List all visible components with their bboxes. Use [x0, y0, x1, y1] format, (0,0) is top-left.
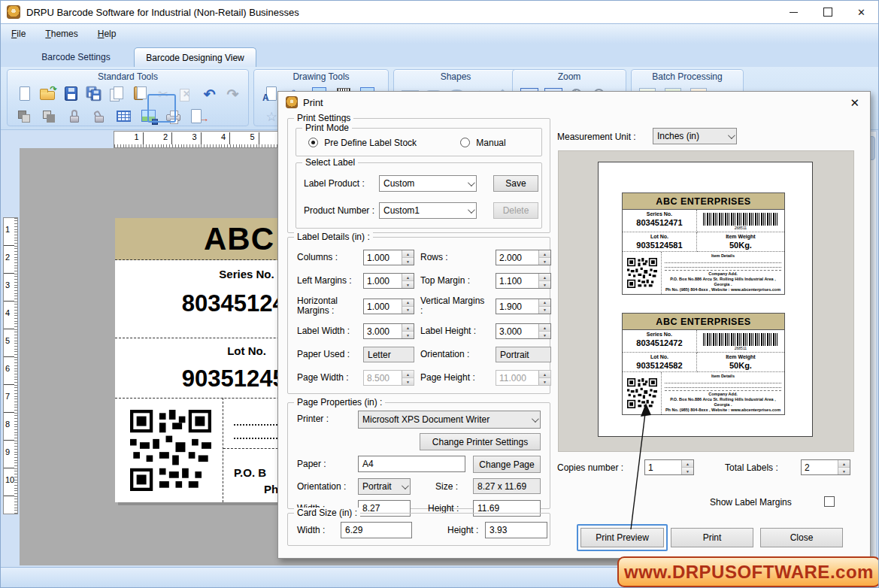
barcode: [703, 213, 778, 226]
label-product-select[interactable]: Custom: [379, 175, 477, 192]
print-button[interactable]: Print: [671, 528, 753, 547]
printer-select[interactable]: Microsoft XPS Document Writer: [358, 411, 541, 429]
print-mode-group: Print Mode Pre Define Label Stock Manual: [296, 128, 542, 156]
spinner-icons[interactable]: ▲▼: [538, 299, 550, 314]
save-icon[interactable]: [62, 85, 80, 103]
chevron-down-icon: [528, 411, 540, 428]
radio-predefine-label-stock[interactable]: Pre Define Label Stock: [308, 138, 417, 148]
divider: [223, 398, 223, 502]
dialog-close-icon[interactable]: ✕: [850, 96, 859, 110]
app-icon: [7, 5, 20, 19]
spinner-icons[interactable]: ▲▼: [402, 299, 414, 314]
preview-label-1: ABC ENTERPRISES Series No. 8034512471 26…: [622, 192, 785, 295]
paper-input[interactable]: A4: [358, 456, 465, 472]
exit-icon[interactable]: →: [189, 108, 208, 126]
title-bar: DRPU Barcode Software for Industrial (No…: [1, 1, 878, 23]
spinner-icons[interactable]: ▲▼: [402, 324, 414, 338]
grid-icon[interactable]: [114, 108, 134, 126]
top-margin-input[interactable]: 1.100▲▼: [496, 273, 551, 289]
change-printer-settings-button[interactable]: Change Printer Settings: [420, 433, 541, 450]
chevron-down-icon: [464, 176, 476, 191]
redo-icon[interactable]: ↷: [223, 85, 242, 103]
tab-barcode-settings[interactable]: Barcode Settings: [23, 47, 129, 67]
lock-icon[interactable]: [65, 108, 84, 126]
tab-barcode-designing-view[interactable]: Barcode Designing View: [134, 47, 256, 67]
radio-unselected-icon[interactable]: [460, 138, 470, 147]
rows-input[interactable]: 2.000▲▼: [496, 250, 551, 265]
menu-help[interactable]: Help: [98, 29, 117, 39]
watermark-banner: www.DRPUSOFTWARE.com: [617, 556, 879, 587]
chevron-down-icon: [398, 479, 410, 494]
menu-themes[interactable]: Themes: [45, 29, 77, 39]
chevron-down-icon: [724, 129, 736, 144]
unlock-icon[interactable]: [89, 108, 109, 126]
tab-strip: Barcode Settings Barcode Designing View: [1, 44, 878, 67]
orientation-field: Portrait: [496, 347, 551, 362]
label-width-input[interactable]: 3.000▲▼: [363, 323, 414, 339]
spinner-icons[interactable]: ▲▼: [838, 460, 850, 474]
menu-bar: File Themes Help: [1, 23, 878, 44]
label-height-input[interactable]: 3.000▲▼: [496, 323, 551, 339]
print-icon-highlight: [147, 94, 176, 123]
spinner-icons: ▲▼: [538, 371, 550, 385]
application-window: DRPU Barcode Software for Industrial (No…: [0, 0, 879, 588]
page-width-input: 8.500▲▼: [363, 370, 414, 386]
barcode: [703, 333, 778, 346]
save-button[interactable]: Save: [493, 175, 538, 192]
product-number-select[interactable]: Custom1: [379, 202, 477, 219]
label-details-group: Label Details (in) : Columns : 1.000▲▼ R…: [287, 237, 550, 394]
group-standard-tools: Standard Tools ↷ ✂ ✕ ↶ ↷: [7, 69, 249, 126]
close-icon[interactable]: [844, 1, 878, 23]
change-page-button[interactable]: Change Page: [473, 456, 541, 473]
card-width-input[interactable]: 6.29: [341, 522, 412, 538]
left-margins-input[interactable]: 1.000▲▼: [363, 273, 414, 289]
select-label-group: Select Label Label Product : Custom Save…: [296, 162, 542, 229]
dialog-title-bar: Print: [278, 92, 870, 113]
print-dialog: Print ✕ Print Settings Print Mode Pre De…: [277, 91, 871, 559]
maximize-icon[interactable]: [811, 1, 844, 23]
preview-page: ABC ENTERPRISES Series No. 8034512471 26…: [598, 162, 813, 437]
chevron-down-icon: [464, 203, 476, 218]
horizontal-margins-input[interactable]: 1.000▲▼: [363, 299, 414, 314]
minimize-icon[interactable]: [777, 1, 811, 23]
spinner-icons[interactable]: ▲▼: [538, 274, 550, 288]
vertical-margins-input[interactable]: 1.900▲▼: [496, 299, 551, 314]
qr-code: [627, 258, 657, 288]
label-phone-fragment[interactable]: Ph: [264, 483, 278, 496]
measurement-unit-select[interactable]: Inches (in): [653, 128, 737, 144]
annotation-arrow: [618, 399, 663, 534]
save-as-icon[interactable]: [84, 85, 103, 103]
radio-manual[interactable]: Manual: [460, 138, 506, 148]
bring-to-front-icon[interactable]: [15, 108, 35, 126]
copy-icon[interactable]: [108, 85, 126, 103]
page-height-input: 11.000▲▼: [496, 370, 551, 386]
label-address-fragment[interactable]: P.O. B: [234, 466, 266, 479]
menu-file[interactable]: File: [11, 29, 26, 39]
vertical-ruler: 12345678910: [3, 217, 18, 514]
delete-icon[interactable]: ✕: [177, 85, 196, 103]
new-document-icon[interactable]: [15, 85, 34, 103]
app-icon: [286, 96, 298, 108]
send-to-back-icon[interactable]: [40, 108, 59, 126]
close-button[interactable]: Close: [760, 528, 843, 547]
open-file-icon[interactable]: ↷: [38, 85, 57, 103]
columns-input[interactable]: 1.000▲▼: [363, 250, 414, 265]
print-preview-panel: ABC ENTERPRISES Series No. 8034512471 26…: [558, 150, 854, 452]
spinner-icons[interactable]: ▲▼: [538, 324, 550, 338]
show-label-margins-checkbox[interactable]: [824, 496, 835, 507]
page-size-field: 8.27 x 11.69: [473, 478, 541, 494]
card-height-input[interactable]: 3.93: [485, 522, 547, 538]
delete-button[interactable]: Delete: [493, 202, 538, 219]
spinner-icons: ▲▼: [402, 371, 414, 385]
page-orientation-select[interactable]: Portrait: [358, 478, 411, 495]
dialog-title: Print: [303, 97, 323, 108]
undo-icon[interactable]: ↶: [200, 85, 219, 103]
spinner-icons[interactable]: ▲▼: [402, 274, 414, 288]
qr-code[interactable]: [130, 410, 211, 491]
window-title: DRPU Barcode Software for Industrial (No…: [26, 7, 299, 18]
spinner-icons[interactable]: ▲▼: [538, 250, 550, 265]
spinner-icons[interactable]: ▲▼: [681, 460, 693, 474]
total-labels-input[interactable]: 2▲▼: [801, 459, 850, 475]
radio-selected-icon[interactable]: [308, 138, 318, 147]
spinner-icons[interactable]: ▲▼: [402, 250, 414, 265]
